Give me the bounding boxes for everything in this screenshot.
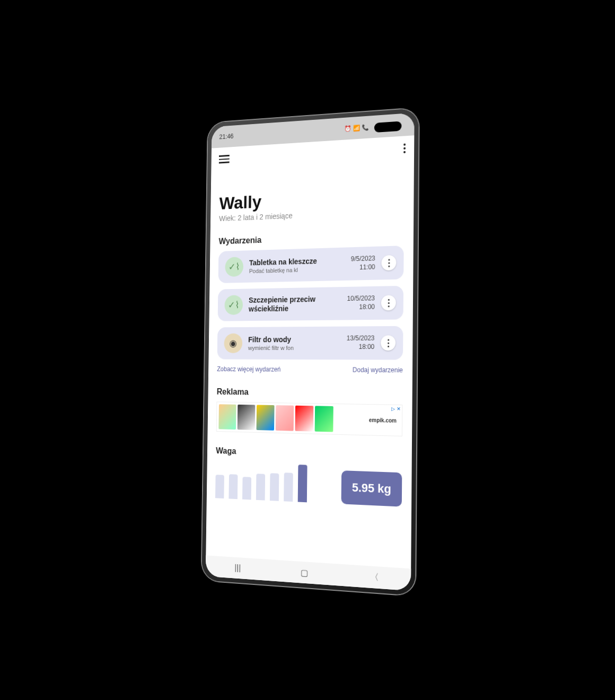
event-time: 11:00 <box>351 263 375 272</box>
weight-chart[interactable] <box>215 462 338 504</box>
event-menu-button[interactable] <box>381 295 396 311</box>
event-menu-button[interactable] <box>381 255 396 270</box>
event-datetime: 10/5/2023 18:00 <box>347 295 375 312</box>
home-button[interactable]: ▢ <box>300 567 308 578</box>
event-title: Tabletka na kleszcze <box>249 256 345 267</box>
event-date: 9/5/2023 <box>351 255 375 264</box>
ad-thumbnail <box>238 405 256 430</box>
medical-icon: ✓⌇ <box>224 295 243 314</box>
ad-thumbnail <box>276 405 294 431</box>
event-time: 18:00 <box>347 303 375 311</box>
weight-row: 5.95 kg <box>215 462 402 507</box>
weight-bar[interactable] <box>229 474 238 499</box>
weight-bar[interactable] <box>270 473 279 501</box>
recent-apps-button[interactable]: ||| <box>234 563 241 573</box>
phone-frame: 21:46 ⏰ 📶 📞 Wally Wiek: 2 lata i 2 miesi… <box>201 108 418 596</box>
event-card[interactable]: ◉ Filtr do wody wymienić filtr w fon 13/… <box>217 326 403 360</box>
back-button[interactable]: 〈 <box>370 571 379 583</box>
event-subtitle: wymienić filtr w fon <box>248 345 340 351</box>
weight-bar[interactable] <box>215 475 224 498</box>
weight-bar[interactable] <box>242 477 251 500</box>
event-card[interactable]: ✓⌇ Tabletka na kleszcze Podać tabletkę n… <box>218 246 404 283</box>
status-time: 21:46 <box>219 133 233 141</box>
camera-cutout <box>374 121 402 133</box>
ad-thumbnail <box>257 405 275 431</box>
event-date: 10/5/2023 <box>347 295 375 304</box>
event-datetime: 9/5/2023 11:00 <box>351 255 375 272</box>
ad-close-icon[interactable]: ▷ ✕ <box>392 406 401 412</box>
ad-brand-label: empik.com <box>369 417 400 424</box>
event-time: 18:00 <box>347 343 375 352</box>
ad-thumbnail <box>295 406 313 432</box>
main-content: Wally Wiek: 2 lata i 2 miesiące Wydarzen… <box>207 184 414 507</box>
event-menu-button[interactable] <box>381 335 396 351</box>
ad-banner[interactable]: empik.com ▷ ✕ <box>216 401 403 436</box>
event-date: 13/5/2023 <box>347 335 375 343</box>
weight-section-title: Waga <box>216 446 402 461</box>
weight-bar[interactable] <box>284 472 293 502</box>
android-nav-bar: ||| ▢ 〈 <box>206 555 411 591</box>
event-title: Szczepienie przeciw wściekliźnie <box>249 294 341 313</box>
weight-bar[interactable] <box>298 465 308 502</box>
current-weight-badge: 5.95 kg <box>341 470 402 506</box>
weight-section: Waga 5.95 kg <box>215 446 402 506</box>
event-subtitle: Podać tabletkę na kl <box>249 266 345 274</box>
event-datetime: 13/5/2023 18:00 <box>347 335 375 352</box>
add-event-link[interactable]: Dodaj wydarzenie <box>353 366 403 374</box>
phone-screen: 21:46 ⏰ 📶 📞 Wally Wiek: 2 lata i 2 miesi… <box>206 113 415 591</box>
weight-bar[interactable] <box>256 474 265 500</box>
event-title: Filtr do wody <box>248 335 340 344</box>
ad-thumbnail <box>218 404 236 430</box>
event-actions: Zobacz więcej wydarzeń Dodaj wydarzenie <box>217 365 403 374</box>
ad-thumbnail <box>315 406 333 432</box>
events-section-title: Wydarzenia <box>219 231 404 247</box>
see-more-events-link[interactable]: Zobacz więcej wydarzeń <box>217 365 280 373</box>
filter-icon: ◉ <box>224 334 242 353</box>
ad-section-title: Reklama <box>217 387 403 399</box>
hamburger-menu-icon[interactable] <box>219 155 230 163</box>
overflow-menu-icon[interactable] <box>403 144 406 154</box>
event-card[interactable]: ✓⌇ Szczepienie przeciw wściekliźnie 10/5… <box>218 286 403 321</box>
medical-icon: ✓⌇ <box>225 257 243 277</box>
